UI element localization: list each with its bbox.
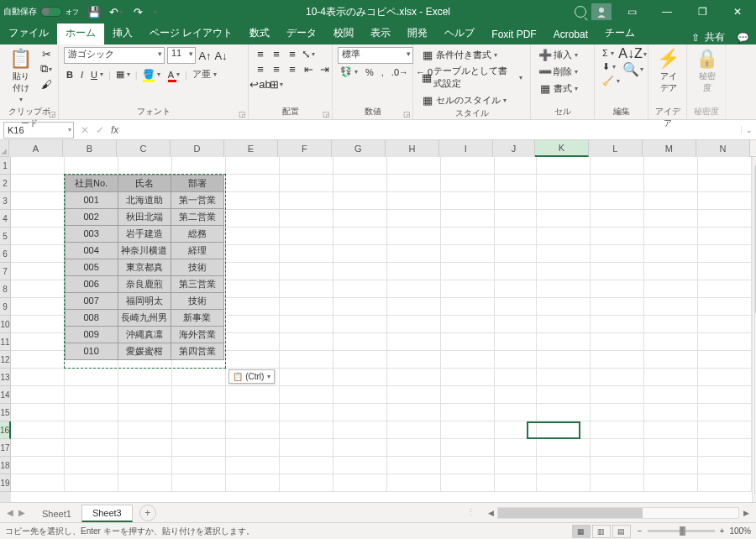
- table-cell[interactable]: 秋田北端: [118, 208, 171, 226]
- row-header-19[interactable]: 19: [0, 474, 11, 492]
- undo-icon[interactable]: ↶▾: [109, 5, 123, 18]
- paste-button[interactable]: 📋 貼り付け ▾: [5, 47, 36, 105]
- scroll-up-icon[interactable]: ▲: [753, 157, 756, 165]
- row-header-12[interactable]: 12: [0, 351, 11, 369]
- align-top-icon[interactable]: ≡: [254, 47, 267, 60]
- tab-view[interactable]: 表示: [362, 22, 399, 44]
- comma-button[interactable]: ,: [379, 66, 386, 78]
- table-cell[interactable]: 新事業: [171, 309, 224, 327]
- row-header-18[interactable]: 18: [0, 457, 11, 474]
- table-cell[interactable]: 第三営業: [171, 275, 224, 293]
- table-cell[interactable]: 東京都真: [118, 259, 171, 276]
- orientation-icon[interactable]: ⤡▾: [302, 47, 315, 60]
- split-handle-icon[interactable]: ⋮: [466, 507, 475, 518]
- conditional-formatting-button[interactable]: ▦条件付き書式▾: [418, 47, 500, 62]
- scroll-left-icon[interactable]: ◀: [484, 509, 497, 517]
- column-header-I[interactable]: I: [439, 140, 493, 157]
- launcher-icon[interactable]: ◲: [403, 110, 411, 118]
- fill-button[interactable]: ⬇▾: [600, 60, 622, 73]
- row-header-11[interactable]: 11: [0, 333, 11, 351]
- paste-options-button[interactable]: 📋 (Ctrl) ▾: [228, 369, 275, 384]
- tab-file[interactable]: ファイル: [0, 22, 57, 44]
- ribbon-display-icon[interactable]: ▭: [617, 2, 647, 22]
- sensitivity-button[interactable]: 🔒 秘密 度: [692, 47, 722, 96]
- row-header-15[interactable]: 15: [0, 404, 11, 421]
- table-cell[interactable]: 海外営業: [171, 326, 224, 343]
- table-cell[interactable]: 奈良鹿煎: [118, 275, 171, 293]
- sheet-tab-sheet1[interactable]: Sheet1: [32, 506, 81, 521]
- format-cells-button[interactable]: ▦書式▾: [536, 81, 580, 96]
- launcher-icon[interactable]: ◲: [323, 110, 330, 118]
- fill-color-button[interactable]: 🪣▾: [140, 68, 163, 81]
- column-header-C[interactable]: C: [117, 140, 171, 157]
- indent-dec-icon[interactable]: ⇤: [302, 62, 315, 76]
- table-header[interactable]: 部署: [171, 175, 224, 192]
- zoom-slider[interactable]: [648, 530, 715, 532]
- vertical-scrollbar[interactable]: ▲ ▼: [752, 157, 756, 502]
- table-cell[interactable]: 009: [65, 326, 118, 343]
- table-cell[interactable]: 001: [65, 191, 118, 209]
- table-cell[interactable]: 岩手建造: [118, 225, 171, 243]
- column-header-N[interactable]: N: [696, 140, 750, 157]
- sort-filter-icon[interactable]: A↓Z▾: [626, 47, 639, 60]
- table-cell[interactable]: 007: [65, 292, 118, 310]
- table-cell[interactable]: 第四営業: [171, 343, 224, 360]
- share-button[interactable]: 共有: [705, 30, 725, 44]
- table-cell[interactable]: 経理: [171, 242, 224, 259]
- column-header-K[interactable]: K: [535, 140, 589, 157]
- cancel-formula-icon[interactable]: ✕: [81, 124, 89, 136]
- name-box[interactable]: K16: [3, 122, 74, 139]
- fx-icon[interactable]: fx: [111, 124, 118, 136]
- clear-button[interactable]: 🧹▾: [600, 75, 622, 87]
- column-header-H[interactable]: H: [386, 140, 439, 157]
- table-cell[interactable]: 総務: [171, 225, 224, 243]
- format-as-table-button[interactable]: ▦テーブルとして書式設定▾: [418, 64, 525, 91]
- collapse-ribbon-icon[interactable]: ⌃: [746, 528, 753, 537]
- italic-button[interactable]: I: [78, 69, 86, 81]
- copy-icon[interactable]: ⧉▾: [39, 62, 53, 76]
- align-left-icon[interactable]: ≡: [254, 62, 267, 76]
- row-header-6[interactable]: 6: [0, 245, 11, 263]
- table-cell[interactable]: 神奈川横道: [118, 242, 171, 259]
- sheet-tab-sheet3[interactable]: Sheet3: [81, 505, 133, 522]
- user-account-icon[interactable]: [591, 3, 612, 20]
- row-header-4[interactable]: 4: [0, 210, 11, 228]
- row-header-7[interactable]: 7: [0, 263, 11, 280]
- restore-button[interactable]: ❐: [687, 2, 717, 22]
- merge-icon[interactable]: ⊞▾: [270, 77, 283, 91]
- sheet-nav-prev-icon[interactable]: ◀: [7, 508, 13, 517]
- select-all-button[interactable]: [0, 140, 9, 157]
- font-name-select[interactable]: 游ゴシック: [64, 47, 165, 64]
- column-header-J[interactable]: J: [493, 140, 535, 157]
- row-header-13[interactable]: 13: [0, 369, 11, 386]
- wrap-text-icon[interactable]: ↩ab: [254, 77, 267, 91]
- number-format-select[interactable]: 標準: [338, 47, 413, 64]
- share-icon[interactable]: ⇧: [691, 32, 700, 44]
- bold-button[interactable]: B: [64, 69, 76, 81]
- borders-button[interactable]: ▦▾: [113, 68, 133, 81]
- column-header-A[interactable]: A: [9, 140, 63, 157]
- page-layout-view-button[interactable]: ▥: [592, 525, 611, 538]
- phonetic-button[interactable]: ア亜▾: [190, 67, 219, 81]
- column-header-L[interactable]: L: [589, 140, 643, 157]
- table-cell[interactable]: 沖縄真凛: [118, 326, 171, 343]
- table-cell[interactable]: 008: [65, 309, 118, 327]
- table-header[interactable]: 社員No.: [65, 175, 118, 192]
- align-middle-icon[interactable]: ≡: [270, 47, 283, 60]
- row-header-8[interactable]: 8: [0, 280, 11, 298]
- scroll-right-icon[interactable]: ▶: [739, 509, 753, 517]
- row-header-5[interactable]: 5: [0, 228, 11, 245]
- table-cell[interactable]: 福岡明太: [118, 292, 171, 310]
- cut-icon[interactable]: ✂: [39, 47, 53, 60]
- normal-view-button[interactable]: ▦: [572, 525, 591, 538]
- table-cell[interactable]: 長崎九州男: [118, 309, 171, 327]
- column-header-F[interactable]: F: [278, 140, 332, 157]
- cell-styles-button[interactable]: ▦セルのスタイル▾: [418, 92, 509, 107]
- align-bottom-icon[interactable]: ≡: [286, 47, 299, 60]
- column-header-D[interactable]: D: [171, 140, 224, 157]
- autosave-toggle[interactable]: 自動保存 オフ: [3, 6, 79, 18]
- align-right-icon[interactable]: ≡: [286, 62, 299, 76]
- font-size-select[interactable]: 11: [167, 47, 196, 64]
- tab-dev[interactable]: 開発: [399, 22, 436, 44]
- row-header-14[interactable]: 14: [0, 386, 11, 404]
